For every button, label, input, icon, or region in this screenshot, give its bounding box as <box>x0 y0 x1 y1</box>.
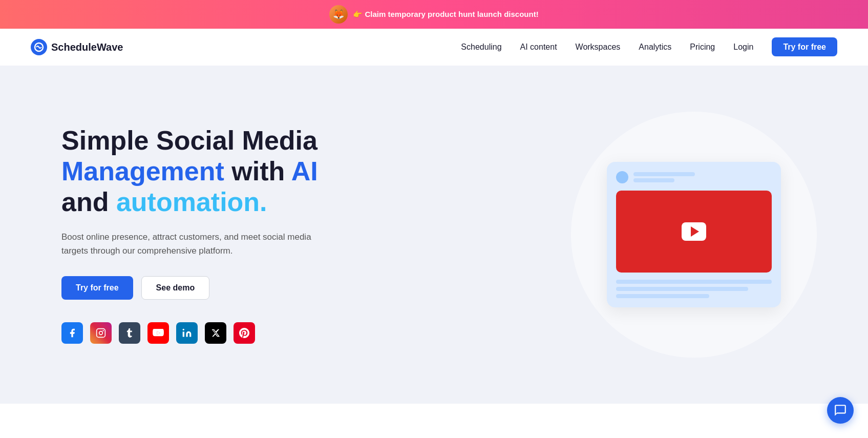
see-demo-button[interactable]: See demo <box>141 276 210 300</box>
hero-visual <box>571 112 817 358</box>
vc-bottom-lines <box>616 280 772 298</box>
tumblr-icon[interactable] <box>119 322 140 344</box>
vc-lines <box>633 172 695 182</box>
video-card <box>607 162 781 307</box>
x-icon[interactable] <box>205 322 226 344</box>
hero-buttons: Try for free See demo <box>61 276 318 300</box>
facebook-icon[interactable] <box>61 322 83 344</box>
nav-workspaces[interactable]: Workspaces <box>576 43 621 51</box>
nav-analytics[interactable]: Analytics <box>639 43 671 51</box>
hero-title: Simple Social Media Management with AI a… <box>61 126 318 217</box>
play-button[interactable] <box>682 222 706 241</box>
vc-top-bar <box>616 171 772 183</box>
chat-support-button[interactable] <box>827 397 854 424</box>
nav-ai-content[interactable]: AI content <box>520 43 557 51</box>
hero-description: Boost online presence, attract customers… <box>61 230 317 258</box>
svg-rect-1 <box>97 329 105 338</box>
nav-scheduling[interactable]: Scheduling <box>461 43 501 51</box>
banner-text: 👉 Claim temporary product hunt launch di… <box>353 10 538 19</box>
nav-links: Scheduling AI content Workspaces Analyti… <box>461 43 837 52</box>
hero-section: Simple Social Media Management with AI a… <box>0 66 868 404</box>
svg-point-2 <box>99 331 103 335</box>
instagram-icon[interactable] <box>90 322 112 344</box>
hero-content: Simple Social Media Management with AI a… <box>61 126 318 344</box>
play-triangle <box>691 226 699 237</box>
vc-bottom-line-1 <box>616 280 772 284</box>
vc-line-1 <box>633 172 695 176</box>
logo-text: ScheduleWave <box>51 41 123 53</box>
nav-login[interactable]: Login <box>733 43 753 51</box>
linkedin-icon[interactable] <box>176 322 198 344</box>
try-free-button[interactable]: Try for free <box>61 276 133 300</box>
bottom-section: All-in-one platform, packed with power. … <box>0 404 868 438</box>
svg-point-3 <box>102 330 104 331</box>
svg-point-6 <box>183 329 184 330</box>
nav-try-free[interactable]: Try for free <box>772 37 837 56</box>
circle-background <box>571 112 817 358</box>
promo-banner[interactable]: 🦊 👉 Claim temporary product hunt launch … <box>0 0 868 29</box>
vc-line-2 <box>633 178 674 182</box>
logo[interactable]: ScheduleWave <box>31 39 123 55</box>
pinterest-icon[interactable] <box>234 322 255 344</box>
video-thumbnail[interactable] <box>616 191 772 273</box>
vc-bottom-line-2 <box>616 287 748 291</box>
logo-icon <box>31 39 47 55</box>
youtube-icon[interactable] <box>147 322 169 344</box>
chat-icon <box>834 404 847 417</box>
vc-avatar <box>616 171 628 183</box>
social-icons <box>61 322 318 344</box>
nav-pricing[interactable]: Pricing <box>690 43 715 51</box>
vc-bottom-line-3 <box>616 294 709 298</box>
navbar: ScheduleWave Scheduling AI content Works… <box>0 29 868 66</box>
banner-avatar: 🦊 <box>329 5 348 24</box>
